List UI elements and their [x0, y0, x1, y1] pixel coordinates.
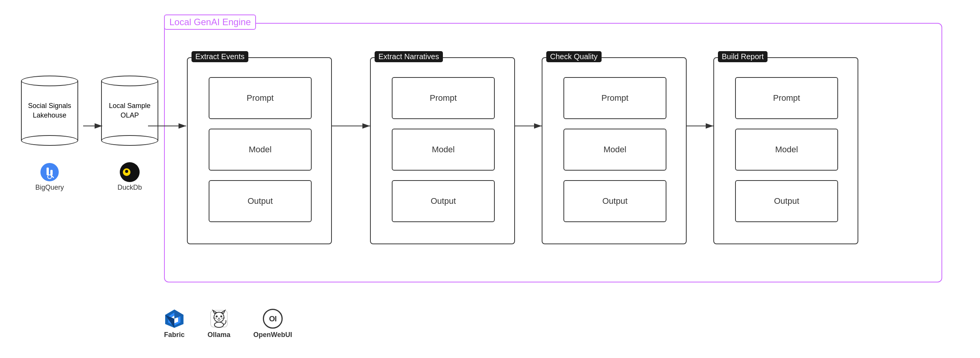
- extract-narratives-model: Model: [392, 129, 495, 171]
- extract-events-output: Output: [209, 180, 312, 222]
- check-quality-output: Output: [563, 180, 666, 222]
- extract-events-label: Extract Events: [191, 51, 248, 62]
- duckdb-label: DuckDb: [117, 184, 142, 192]
- build-report-group: Build Report Prompt Model Output: [713, 57, 858, 244]
- local-sample-label: Local SampleOLAP: [109, 101, 150, 120]
- openwebui-label: OpenWebUI: [253, 331, 292, 339]
- svg-point-21: [220, 316, 222, 318]
- check-quality-prompt: Prompt: [563, 77, 666, 119]
- social-signals-cylinder: Social SignalsLakehouse BigQuery: [21, 80, 78, 192]
- genai-engine-label: Local GenAI Engine: [164, 15, 256, 30]
- build-report-output: Output: [735, 180, 838, 222]
- fabric-label: Fabric: [164, 331, 185, 339]
- check-quality-label: Check Quality: [546, 51, 602, 62]
- bottom-icons: Fabric: [164, 309, 292, 339]
- ollama-label: Ollama: [208, 331, 230, 339]
- svg-rect-7: [47, 168, 49, 175]
- extract-events-prompt: Prompt: [209, 77, 312, 119]
- build-report-model: Model: [735, 129, 838, 171]
- extract-narratives-label: Extract Narratives: [375, 51, 443, 62]
- extract-events-group: Extract Events Prompt Model Output: [187, 57, 332, 244]
- extract-narratives-output: Output: [392, 180, 495, 222]
- check-quality-group: Check Quality Prompt Model Output: [542, 57, 687, 244]
- ollama-icon: [209, 309, 229, 329]
- svg-rect-8: [50, 170, 53, 175]
- bigquery-icon: [40, 162, 60, 182]
- duckdb-icon: [120, 162, 140, 182]
- social-signals-label: Social SignalsLakehouse: [28, 101, 71, 120]
- diagram-container: Local GenAI Engine Social SignalsLakehou…: [0, 0, 980, 358]
- fabric-icon: [164, 309, 184, 329]
- check-quality-model: Model: [563, 129, 666, 171]
- ollama-icon-item: Ollama: [208, 309, 230, 339]
- local-sample-cylinder: Local SampleOLAP DuckDb: [101, 80, 158, 192]
- build-report-prompt: Prompt: [735, 77, 838, 119]
- openwebui-icon: OI: [263, 309, 283, 329]
- build-report-label: Build Report: [718, 51, 768, 62]
- extract-events-model: Model: [209, 129, 312, 171]
- openwebui-icon-item: OI OpenWebUI: [253, 309, 292, 339]
- bigquery-label: BigQuery: [35, 184, 64, 192]
- svg-point-20: [216, 316, 218, 318]
- fabric-icon-item: Fabric: [164, 309, 185, 339]
- svg-point-22: [218, 318, 220, 319]
- extract-narratives-group: Extract Narratives Prompt Model Output: [370, 57, 515, 244]
- extract-narratives-prompt: Prompt: [392, 77, 495, 119]
